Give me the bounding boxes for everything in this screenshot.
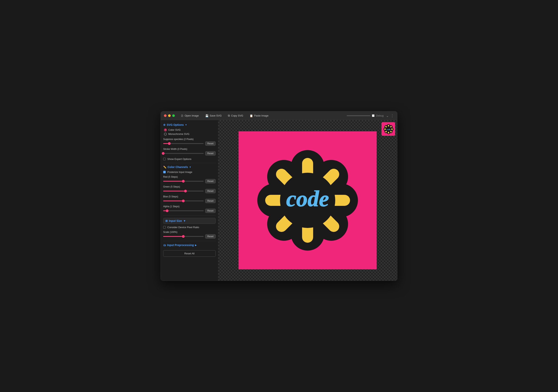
scale-reset[interactable]: Reset [205,234,216,239]
titlebar-end-controls: ⌄ ⋮ [386,114,394,118]
blue-label: Blue (5 Steps) [163,195,216,198]
blue-track[interactable] [163,201,204,201]
suppress-speckles-control: Reset [163,141,216,146]
red-thumb[interactable] [182,180,185,183]
alpha-thumb[interactable] [166,209,168,212]
canvas-area: code [218,120,397,281]
divider-3 [163,241,216,241]
scale-control: Reset [163,234,216,239]
color-channels-icon: ✏️ [163,166,166,169]
scale-fill [163,236,183,237]
red-track[interactable] [163,181,204,182]
alpha-fill [163,210,167,211]
paste-image-button[interactable]: 📋 Paste Image [248,113,270,118]
open-image-icon: 🗋 [181,114,183,117]
titlebar: 🗋 Open Image 💾 Save SVG ⧉ Copy SVG 📋 Pas… [161,111,397,120]
copy-svg-icon: ⧉ [228,114,230,117]
thumbnail-svg: code [382,122,395,136]
debug-checkbox[interactable] [372,114,375,117]
svg-text:code: code [286,186,329,211]
color-channels-header[interactable]: ✏️ Color Channels ▼ [163,165,216,169]
blue-thumb[interactable] [182,200,185,202]
color-svg-label: Color SVG [168,128,181,131]
suppress-speckles-track[interactable] [163,143,204,144]
green-track[interactable] [163,191,204,191]
color-channels-label: Color Channels [167,165,188,169]
scale-thumb[interactable] [182,235,185,238]
save-svg-icon: 💾 [205,114,209,117]
suppress-speckles-thumb[interactable] [168,142,171,145]
red-control: Reset [163,179,216,183]
svg-options-arrow: ▼ [185,124,187,126]
alpha-slider-row: Alpha (1 Steps) Reset [163,205,216,213]
blue-slider-row: Blue (5 Steps) Reset [163,195,216,203]
suppress-speckles-label: Suppress speckles (2 Pixels) [163,138,216,141]
posterize-checkbox[interactable] [163,171,166,173]
traffic-lights [164,114,175,117]
color-svg-radio[interactable]: Color SVG [164,128,216,131]
input-preprocessing-label: Input Preprocessing [167,244,194,247]
monochrome-svg-radio[interactable]: Monochrome SVG [164,133,216,136]
suppress-speckles-fill [163,143,169,144]
blue-reset[interactable]: Reset [205,199,216,203]
stroke-width-reset[interactable]: Reset [205,151,216,156]
main-content: ⚙ SVG Options ▼ Color SVG Monochrome SVG… [161,120,397,281]
input-preprocessing-header[interactable]: 🗂 Input Preprocessing ▶ [163,244,216,247]
sidebar: ⚙ SVG Options ▼ Color SVG Monochrome SVG… [161,120,218,281]
stroke-width-label: Stroke Width (0 Pixels) [163,148,216,150]
debug-area: Debug [347,114,384,117]
posterize-checkbox-row[interactable]: Posterize Input Image [163,170,216,173]
red-fill [163,181,183,182]
save-svg-button[interactable]: 💾 Save SVG [203,113,224,118]
svg-options-label: SVG Options [167,123,184,126]
stroke-width-track[interactable] [163,153,204,154]
chevron-down-icon[interactable]: ⌄ [386,114,389,118]
consider-dpr-checkbox[interactable] [163,226,166,229]
scale-label: Scale (100%) [163,231,216,233]
green-slider-row: Green (5 Steps) Reset [163,185,216,193]
green-control: Reset [163,189,216,193]
svg-options-header[interactable]: ⚙ SVG Options ▼ [163,123,216,126]
green-thumb[interactable] [184,190,187,192]
image-container: code [220,122,395,279]
show-expert-checkbox-row[interactable]: Show Expert Options [163,158,216,161]
stroke-width-row: Stroke Width (0 Pixels) Reset [163,148,216,156]
red-reset[interactable]: Reset [205,179,216,183]
copy-svg-button[interactable]: ⧉ Copy SVG [226,113,245,118]
open-image-button[interactable]: 🗋 Open Image [179,113,201,118]
input-preprocessing-arrow: ▶ [195,244,197,247]
svg-options-icon: ⚙ [163,123,166,126]
suppress-speckles-reset[interactable]: Reset [205,141,216,146]
fullscreen-button[interactable] [172,114,175,117]
svg-preview: code [239,131,377,269]
suppress-speckles-row: Suppress speckles (2 Pixels) Reset [163,138,216,146]
red-label: Red (5 Steps) [163,176,216,178]
consider-dpr-checkbox-row[interactable]: Consider Device Pixel Ratio [163,226,216,229]
stroke-width-thumb[interactable] [162,152,165,155]
blue-fill [163,201,183,201]
input-size-arrow: ▼ [183,219,186,222]
green-reset[interactable]: Reset [205,189,216,193]
alpha-reset[interactable]: Reset [205,209,216,213]
app-window: 🗋 Open Image 💾 Save SVG ⧉ Copy SVG 📋 Pas… [161,111,397,281]
scale-track[interactable] [163,236,204,237]
debug-label: Debug [376,114,384,117]
show-expert-checkbox[interactable] [163,158,166,160]
color-channels-arrow: ▼ [189,166,191,168]
alpha-track[interactable] [163,210,204,211]
input-preprocessing-icon: 🗂 [163,244,166,247]
color-svg-dot [164,128,167,131]
close-button[interactable] [164,114,166,117]
minimize-button[interactable] [168,114,171,117]
monochrome-svg-dot [164,133,167,136]
paste-image-icon: 📋 [250,114,253,117]
alpha-control: Reset [163,209,216,213]
input-size-header[interactable]: ⊞ Input Size ▼ [163,218,216,224]
green-fill [163,191,185,191]
reset-all-button[interactable]: Reset All [163,250,216,257]
stroke-width-control: Reset [163,151,216,156]
more-options-icon[interactable]: ⋮ [391,114,394,118]
monochrome-svg-label: Monochrome SVG [168,133,189,136]
input-size-icon: ⊞ [165,219,168,222]
svg-text:code: code [386,128,391,130]
